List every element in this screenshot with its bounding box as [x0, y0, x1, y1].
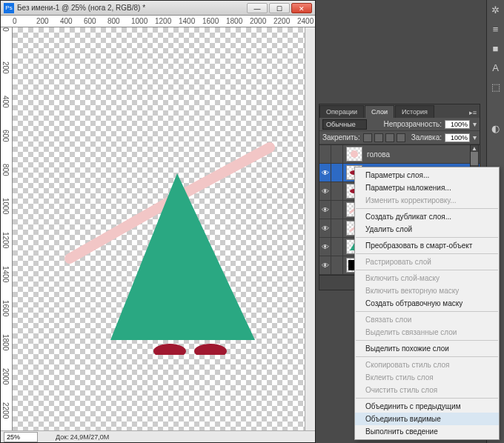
artwork [33, 103, 285, 355]
status-bar: 25% Док: 24,9M/27,0M [1, 430, 315, 442]
lock-icons-group [363, 133, 405, 142]
layer-context-menu: Параметры слоя...Параметры наложения...И… [354, 167, 500, 440]
visibility-toggle[interactable]: 👁 [319, 256, 331, 274]
link-col[interactable] [331, 145, 343, 163]
maximize-button[interactable]: ☐ [269, 3, 290, 13]
menu-item[interactable]: Объединить с предыдущим [355, 400, 499, 413]
visibility-toggle[interactable] [319, 145, 331, 163]
menu-separator [356, 356, 498, 357]
close-button[interactable]: ✕ [291, 3, 312, 13]
menu-separator [356, 270, 498, 270]
visibility-toggle[interactable]: 👁 [319, 164, 331, 181]
canvas[interactable] [13, 27, 305, 430]
menu-item: Очистить стиль слоя [355, 384, 499, 396]
document-title: Без имени-1 @ 25% (нога 2, RGB/8) * [17, 4, 247, 12]
toolbar-icon[interactable]: ≡ [490, 24, 502, 36]
minimize-button[interactable]: — [247, 3, 268, 13]
panel-tabs: Операции Слои История ▸≡ [319, 104, 480, 118]
visibility-toggle[interactable]: 👁 [319, 219, 331, 237]
visibility-toggle[interactable]: 👁 [319, 238, 331, 256]
svg-point-4 [194, 344, 227, 355]
link-col[interactable] [331, 219, 343, 237]
menu-item[interactable]: Параметры слоя... [355, 169, 499, 181]
menu-item: Выделить связанные слои [355, 326, 499, 339]
layer-row[interactable]: голова [319, 145, 480, 164]
menu-separator [356, 311, 498, 312]
menu-item: Изменить корректировку... [355, 194, 499, 207]
chevron-down-icon[interactable]: ▾ [473, 120, 477, 128]
svg-marker-2 [110, 173, 255, 340]
svg-point-3 [153, 344, 186, 355]
link-col[interactable] [331, 182, 343, 200]
menu-separator [356, 253, 498, 254]
app-icon: Ps [4, 3, 14, 13]
doc-size-value: 24,9M/27,0M [70, 433, 110, 441]
link-col[interactable] [331, 238, 343, 256]
menu-separator [356, 208, 498, 209]
toolbar-icon[interactable]: A [490, 62, 502, 74]
svg-point-5 [351, 150, 358, 158]
menu-separator [356, 340, 498, 341]
visibility-toggle[interactable]: 👁 [319, 201, 331, 219]
menu-item: Включить слой-маску [355, 272, 499, 284]
panel-dock-empty [319, 0, 486, 104]
visibility-toggle[interactable]: 👁 [319, 182, 331, 200]
layer-thumbnail[interactable] [346, 147, 362, 161]
menu-item[interactable]: Создать обтравочную маску [355, 297, 499, 310]
tab-layers[interactable]: Слои [365, 105, 394, 118]
scroll-thumb[interactable] [471, 152, 478, 165]
ruler-vertical[interactable]: 0200400600800100012001400160018002000220… [1, 27, 13, 430]
link-col[interactable] [331, 201, 343, 219]
document-window: Ps Без имени-1 @ 25% (нога 2, RGB/8) * —… [0, 0, 316, 443]
menu-item[interactable]: Выполнить сведение [355, 425, 499, 438]
menu-item[interactable]: Преобразовать в смарт-объект [355, 239, 499, 252]
svg-line-1 [173, 147, 270, 199]
lock-label: Закрепить: [322, 133, 360, 141]
blend-mode-dropdown[interactable]: Обычные [322, 119, 367, 130]
scrollbar-vertical[interactable] [305, 27, 315, 430]
opacity-input[interactable]: 100% [445, 120, 470, 129]
tab-history[interactable]: История [395, 105, 434, 118]
fill-input[interactable]: 100% [445, 133, 470, 142]
menu-item: Связать слои [355, 313, 499, 326]
ruler-horizontal[interactable]: 0200400600800100012001400160018002000220… [1, 16, 315, 27]
doc-size-label: Док: [56, 433, 69, 441]
link-col[interactable] [331, 164, 343, 181]
fill-label: Заливка: [411, 133, 442, 141]
link-col[interactable] [331, 256, 343, 274]
opacity-label: Непрозрачность: [383, 120, 442, 128]
menu-item: Вклеить стиль слоя [355, 371, 499, 384]
lock-trans-icon[interactable] [363, 133, 372, 142]
menu-separator [356, 237, 498, 238]
toolbar-icon[interactable]: ✲ [490, 4, 502, 16]
chevron-down-icon[interactable]: ▾ [473, 133, 477, 141]
menu-separator [356, 398, 498, 399]
menu-item: Включить векторную маску [355, 284, 499, 297]
toolbar-icon[interactable]: ⬚ [490, 81, 502, 93]
layer-name[interactable]: голова [365, 150, 480, 159]
zoom-input[interactable]: 25% [4, 432, 38, 442]
toolbar-icon[interactable]: ◐ [490, 123, 502, 135]
lock-position-icon[interactable] [385, 133, 394, 142]
toolbar-icon[interactable]: ■ [490, 43, 502, 55]
menu-item: Растрировать слой [355, 256, 499, 268]
lock-pixels-icon[interactable] [374, 133, 383, 142]
menu-item[interactable]: Параметры наложения... [355, 181, 499, 194]
menu-item[interactable]: Создать дубликат слоя... [355, 210, 499, 223]
menu-item[interactable]: Удалить слой [355, 223, 499, 236]
titlebar[interactable]: Ps Без имени-1 @ 25% (нога 2, RGB/8) * —… [1, 1, 315, 16]
menu-item[interactable]: Объединить видимые [355, 413, 499, 425]
lock-all-icon[interactable] [397, 133, 405, 142]
tab-actions[interactable]: Операции [319, 105, 364, 118]
menu-item[interactable]: Выделить похожие слои [355, 342, 499, 355]
menu-item: Скопировать стиль слоя [355, 359, 499, 371]
panel-menu-icon[interactable]: ▸≡ [466, 107, 480, 118]
